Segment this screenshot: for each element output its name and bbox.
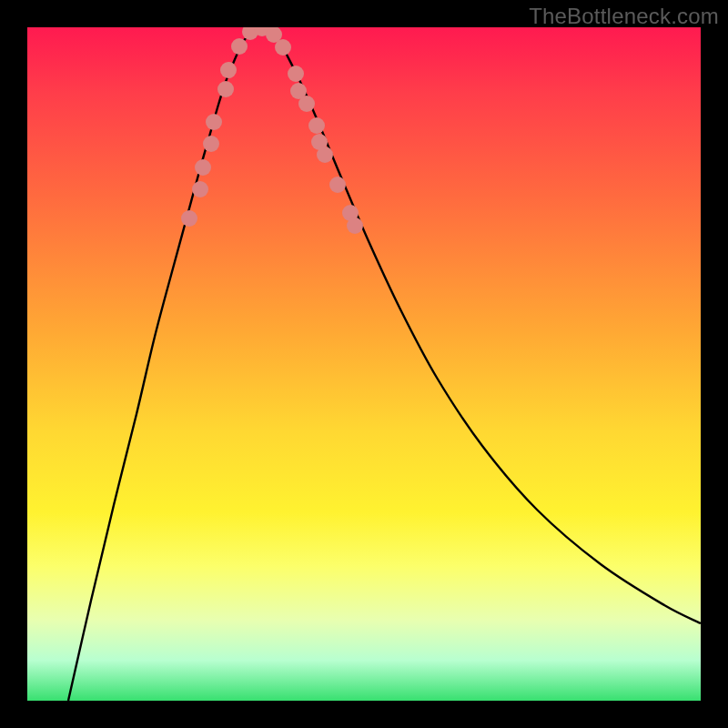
pink-marker (329, 177, 346, 193)
pink-marker (217, 81, 234, 97)
pink-marker (192, 181, 208, 197)
pink-marker (220, 62, 237, 78)
watermark-text: TheBottleneck.com (529, 4, 719, 29)
pink-marker (347, 217, 363, 234)
pink-marker (275, 39, 291, 56)
outer-frame: TheBottleneck.com (0, 0, 728, 728)
pink-marker (203, 136, 219, 152)
pink-marker (206, 114, 222, 130)
pink-marker (308, 117, 325, 134)
pink-marker (195, 159, 211, 176)
pink-marker (181, 210, 197, 227)
plot-area (27, 27, 701, 701)
chart-svg (27, 27, 701, 701)
pink-marker (288, 66, 304, 82)
pink-marker (317, 147, 333, 163)
pink-marker (298, 96, 315, 112)
pink-marker-group (181, 27, 363, 234)
pink-marker (231, 38, 248, 55)
bottleneck-curve (68, 29, 701, 701)
